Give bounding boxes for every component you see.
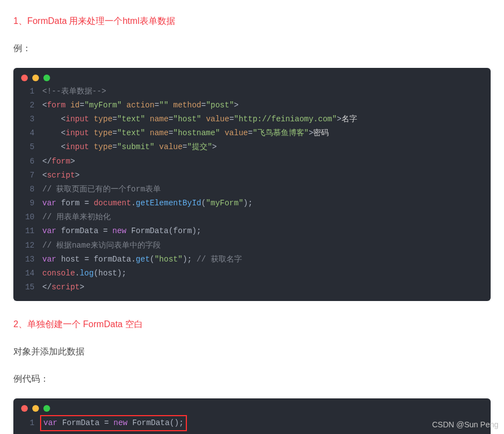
code-line: 5 <input type="submit" value="提交"> bbox=[13, 140, 491, 154]
window-controls bbox=[13, 68, 491, 82]
code-line: 4 <input type="text" name="hostname" val… bbox=[13, 126, 491, 140]
code-line: 14console.log(host); bbox=[13, 267, 491, 280]
maximize-icon bbox=[43, 405, 50, 412]
example-label-2: 例代码： bbox=[13, 371, 491, 387]
maximize-icon bbox=[43, 75, 50, 81]
code-line: 9var form = document.getElementById("myF… bbox=[13, 196, 491, 210]
attribution-watermark: CSDN @Sun Peng bbox=[432, 418, 498, 432]
code-block-2: 1var FormData = new FormData(); 2FormDat… bbox=[13, 398, 491, 434]
code-line: 2<form id="myForm" action="" method="pos… bbox=[13, 98, 491, 112]
highlight-box: var FormData = new FormData(); bbox=[40, 415, 187, 431]
code-line: 2FormData.append('host','http://feiniaom… bbox=[13, 431, 491, 434]
code-block-1: 1<!--表单数据--> 2<form id="myForm" action="… bbox=[13, 68, 491, 302]
code-line: 7<script> bbox=[13, 169, 491, 183]
heading-2: 2、单独创建一个 FormData 空白 bbox=[13, 317, 491, 333]
code-line: 15</script> bbox=[13, 280, 491, 294]
example-label-1: 例： bbox=[13, 41, 491, 57]
code-line: 11var formData = new FormData(form); bbox=[13, 224, 491, 238]
code-line: 1<!--表单数据--> bbox=[13, 85, 491, 98]
code-body-1: 1<!--表单数据--> 2<form id="myForm" action="… bbox=[13, 82, 491, 302]
close-icon bbox=[21, 75, 28, 81]
code-line: 6</form> bbox=[13, 155, 491, 169]
window-controls bbox=[13, 398, 491, 413]
code-line: 8// 获取页面已有的一个form表单 bbox=[13, 183, 491, 196]
minimize-icon bbox=[32, 75, 39, 81]
heading-1: 1、FormData 用来处理一个html表单数据 bbox=[13, 13, 491, 29]
paragraph-2: 对象并添加此数据 bbox=[13, 344, 491, 360]
code-line: 10// 用表单来初始化 bbox=[13, 210, 491, 224]
code-line: 13var host = formData.get("host"); // 获取… bbox=[13, 253, 491, 267]
code-body-2: 1var FormData = new FormData(); 2FormDat… bbox=[13, 413, 491, 434]
code-line: 1var FormData = new FormData(); bbox=[13, 415, 491, 431]
code-line: 3 <input type="text" name="host" value="… bbox=[13, 112, 491, 126]
minimize-icon bbox=[32, 405, 39, 412]
code-line: 12// 根据name来访问表单中的字段 bbox=[13, 239, 491, 253]
close-icon bbox=[21, 405, 28, 412]
